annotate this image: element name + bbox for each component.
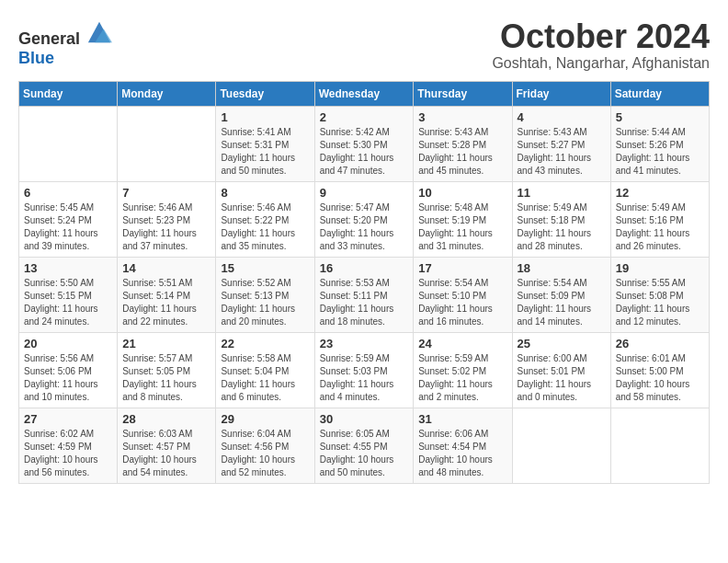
day-number: 5 (616, 110, 704, 124)
day-detail: Sunrise: 5:49 AM Sunset: 5:18 PM Dayligh… (518, 201, 606, 253)
day-cell: 26Sunrise: 6:01 AM Sunset: 5:00 PM Dayli… (610, 332, 709, 408)
day-number: 21 (122, 337, 210, 350)
day-cell: 8Sunrise: 5:46 AM Sunset: 5:22 PM Daylig… (216, 181, 314, 257)
day-detail: Sunrise: 6:06 AM Sunset: 4:54 PM Dayligh… (418, 428, 506, 479)
day-detail: Sunrise: 5:44 AM Sunset: 5:26 PM Dayligh… (616, 126, 704, 178)
day-number: 4 (518, 110, 606, 124)
day-number: 12 (616, 186, 704, 200)
day-number: 11 (518, 186, 606, 200)
day-cell: 19Sunrise: 5:55 AM Sunset: 5:08 PM Dayli… (610, 257, 709, 332)
day-number: 20 (24, 337, 112, 350)
day-detail: Sunrise: 6:00 AM Sunset: 5:01 PM Dayligh… (518, 352, 606, 404)
day-number: 23 (320, 337, 409, 350)
day-detail: Sunrise: 5:57 AM Sunset: 5:05 PM Dayligh… (122, 352, 210, 404)
day-number: 15 (221, 261, 309, 275)
header-tuesday: Tuesday (216, 81, 314, 106)
header-friday: Friday (512, 81, 610, 106)
logo: General Blue (18, 18, 112, 68)
day-cell: 10Sunrise: 5:48 AM Sunset: 5:19 PM Dayli… (414, 181, 512, 257)
day-cell (512, 408, 610, 483)
day-cell: 5Sunrise: 5:44 AM Sunset: 5:26 PM Daylig… (610, 106, 709, 181)
day-cell: 4Sunrise: 5:43 AM Sunset: 5:27 PM Daylig… (512, 106, 610, 181)
day-cell (118, 106, 216, 181)
day-number: 17 (418, 261, 506, 275)
day-detail: Sunrise: 5:43 AM Sunset: 5:28 PM Dayligh… (418, 126, 506, 178)
day-detail: Sunrise: 5:58 AM Sunset: 5:04 PM Dayligh… (221, 352, 309, 404)
location-title: Goshtah, Nangarhar, Afghanistan (492, 55, 710, 72)
day-detail: Sunrise: 5:47 AM Sunset: 5:20 PM Dayligh… (320, 201, 409, 253)
day-detail: Sunrise: 5:50 AM Sunset: 5:15 PM Dayligh… (24, 277, 112, 328)
calendar-header-row: SundayMondayTuesdayWednesdayThursdayFrid… (19, 81, 710, 106)
day-number: 29 (221, 412, 309, 426)
week-row-4: 20Sunrise: 5:56 AM Sunset: 5:06 PM Dayli… (19, 332, 710, 408)
day-detail: Sunrise: 5:55 AM Sunset: 5:08 PM Dayligh… (616, 277, 704, 328)
day-cell: 22Sunrise: 5:58 AM Sunset: 5:04 PM Dayli… (216, 332, 314, 408)
day-number: 3 (418, 110, 506, 124)
week-row-2: 6Sunrise: 5:45 AM Sunset: 5:24 PM Daylig… (19, 181, 710, 257)
day-cell: 13Sunrise: 5:50 AM Sunset: 5:15 PM Dayli… (19, 257, 118, 332)
calendar-table: SundayMondayTuesdayWednesdayThursdayFrid… (18, 81, 710, 484)
week-row-3: 13Sunrise: 5:50 AM Sunset: 5:15 PM Dayli… (19, 257, 710, 332)
page-header: General Blue October 2024 Goshtah, Nanga… (18, 18, 710, 72)
day-number: 2 (320, 110, 409, 124)
day-cell: 2Sunrise: 5:42 AM Sunset: 5:30 PM Daylig… (314, 106, 414, 181)
day-cell: 23Sunrise: 5:59 AM Sunset: 5:03 PM Dayli… (314, 332, 414, 408)
day-number: 7 (122, 186, 210, 200)
day-detail: Sunrise: 5:42 AM Sunset: 5:30 PM Dayligh… (320, 126, 409, 178)
day-number: 1 (221, 110, 309, 124)
day-detail: Sunrise: 5:54 AM Sunset: 5:10 PM Dayligh… (418, 277, 506, 328)
day-number: 25 (518, 337, 606, 350)
day-detail: Sunrise: 5:56 AM Sunset: 5:06 PM Dayligh… (24, 352, 112, 404)
day-detail: Sunrise: 5:41 AM Sunset: 5:31 PM Dayligh… (221, 126, 309, 178)
day-number: 26 (616, 337, 704, 350)
day-detail: Sunrise: 5:52 AM Sunset: 5:13 PM Dayligh… (221, 277, 309, 328)
day-detail: Sunrise: 5:51 AM Sunset: 5:14 PM Dayligh… (122, 277, 210, 328)
day-cell: 3Sunrise: 5:43 AM Sunset: 5:28 PM Daylig… (414, 106, 512, 181)
day-detail: Sunrise: 5:49 AM Sunset: 5:16 PM Dayligh… (616, 201, 704, 253)
logo-text: General Blue (18, 18, 112, 68)
day-detail: Sunrise: 6:01 AM Sunset: 5:00 PM Dayligh… (616, 352, 704, 404)
day-detail: Sunrise: 5:46 AM Sunset: 5:22 PM Dayligh… (221, 201, 309, 253)
day-detail: Sunrise: 6:04 AM Sunset: 4:56 PM Dayligh… (221, 428, 309, 479)
logo-icon (86, 18, 112, 44)
day-cell (610, 408, 709, 483)
month-title: October 2024 (492, 18, 710, 55)
header-monday: Monday (118, 81, 216, 106)
day-cell: 11Sunrise: 5:49 AM Sunset: 5:18 PM Dayli… (512, 181, 610, 257)
week-row-1: 1Sunrise: 5:41 AM Sunset: 5:31 PM Daylig… (19, 106, 710, 181)
day-cell: 21Sunrise: 5:57 AM Sunset: 5:05 PM Dayli… (118, 332, 216, 408)
day-number: 27 (24, 412, 112, 426)
day-detail: Sunrise: 6:02 AM Sunset: 4:59 PM Dayligh… (24, 428, 112, 479)
day-cell: 1Sunrise: 5:41 AM Sunset: 5:31 PM Daylig… (216, 106, 314, 181)
day-detail: Sunrise: 5:59 AM Sunset: 5:03 PM Dayligh… (320, 352, 409, 404)
day-cell: 28Sunrise: 6:03 AM Sunset: 4:57 PM Dayli… (118, 408, 216, 483)
day-number: 30 (320, 412, 409, 426)
day-cell: 29Sunrise: 6:04 AM Sunset: 4:56 PM Dayli… (216, 408, 314, 483)
header-sunday: Sunday (19, 81, 118, 106)
day-number: 13 (24, 261, 112, 275)
logo-blue: Blue (18, 49, 54, 67)
header-wednesday: Wednesday (314, 81, 414, 106)
day-detail: Sunrise: 6:05 AM Sunset: 4:55 PM Dayligh… (320, 428, 409, 479)
day-number: 16 (320, 261, 409, 275)
day-detail: Sunrise: 5:59 AM Sunset: 5:02 PM Dayligh… (418, 352, 506, 404)
day-cell: 6Sunrise: 5:45 AM Sunset: 5:24 PM Daylig… (19, 181, 118, 257)
header-saturday: Saturday (610, 81, 709, 106)
day-number: 28 (122, 412, 210, 426)
day-number: 19 (616, 261, 704, 275)
day-number: 18 (518, 261, 606, 275)
day-cell (19, 106, 118, 181)
day-cell: 31Sunrise: 6:06 AM Sunset: 4:54 PM Dayli… (414, 408, 512, 483)
day-cell: 18Sunrise: 5:54 AM Sunset: 5:09 PM Dayli… (512, 257, 610, 332)
day-number: 14 (122, 261, 210, 275)
day-cell: 12Sunrise: 5:49 AM Sunset: 5:16 PM Dayli… (610, 181, 709, 257)
day-number: 9 (320, 186, 409, 200)
day-number: 6 (24, 186, 112, 200)
title-area: October 2024 Goshtah, Nangarhar, Afghani… (492, 18, 710, 72)
day-cell: 15Sunrise: 5:52 AM Sunset: 5:13 PM Dayli… (216, 257, 314, 332)
day-cell: 30Sunrise: 6:05 AM Sunset: 4:55 PM Dayli… (314, 408, 414, 483)
day-detail: Sunrise: 5:45 AM Sunset: 5:24 PM Dayligh… (24, 201, 112, 253)
week-row-5: 27Sunrise: 6:02 AM Sunset: 4:59 PM Dayli… (19, 408, 710, 483)
day-cell: 7Sunrise: 5:46 AM Sunset: 5:23 PM Daylig… (118, 181, 216, 257)
day-cell: 16Sunrise: 5:53 AM Sunset: 5:11 PM Dayli… (314, 257, 414, 332)
